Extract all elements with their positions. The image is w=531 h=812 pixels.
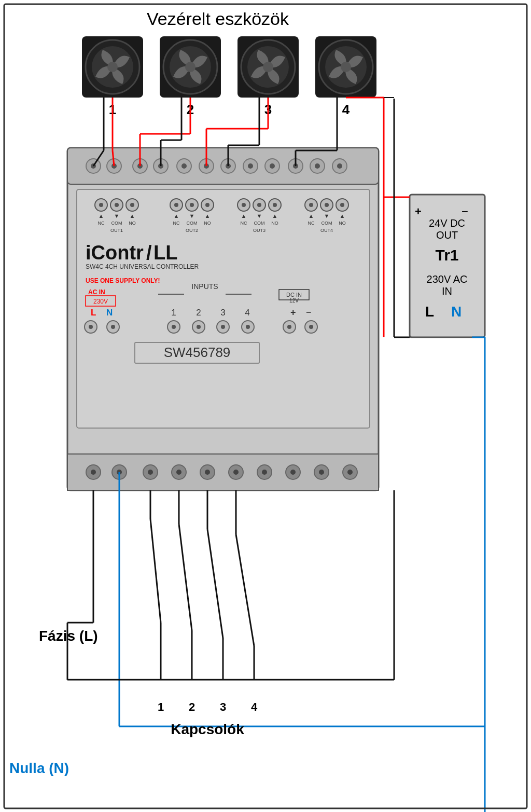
svg-point-141 — [262, 470, 267, 475]
svg-text:NO: NO — [271, 221, 278, 226]
svg-point-139 — [233, 470, 239, 475]
svg-text:NC: NC — [308, 221, 315, 226]
svg-point-18 — [341, 62, 351, 72]
tr-plus: + — [415, 205, 422, 218]
svg-point-115 — [172, 325, 176, 329]
svg-text:COM: COM — [322, 221, 332, 226]
svg-text:NO: NO — [129, 221, 136, 226]
svg-point-125 — [309, 325, 313, 329]
kapcsolok-label: Kapcsolók — [171, 721, 244, 737]
svg-point-50 — [130, 203, 134, 207]
tr-label: Tr1 — [435, 246, 458, 264]
svg-text:2: 2 — [189, 700, 195, 713]
svg-point-74 — [257, 203, 261, 207]
svg-text:4: 4 — [342, 102, 350, 117]
svg-text:▲: ▲ — [272, 213, 278, 219]
svg-text:+: + — [290, 307, 296, 318]
svg-point-44 — [337, 163, 342, 169]
svg-point-123 — [287, 325, 291, 329]
svg-text:▼: ▼ — [257, 213, 262, 219]
svg-text:OUT1: OUT1 — [110, 228, 123, 233]
svg-text:COM: COM — [187, 221, 198, 226]
svg-point-8 — [185, 62, 195, 72]
svg-text:OUT3: OUT3 — [253, 228, 266, 233]
svg-point-46 — [99, 203, 103, 207]
svg-text:▼: ▼ — [189, 213, 195, 219]
diagram-container: Vezérelt eszközök 1 2 — [0, 0, 531, 812]
svg-line-193 — [207, 529, 223, 638]
title: Vezérelt eszközök — [147, 9, 289, 29]
supply-warning: USE ONE SUPPLY ONLY! — [86, 277, 160, 284]
svg-point-111 — [89, 325, 93, 329]
brand-name: iContr — [86, 242, 144, 264]
inputs-label: INPUTS — [191, 282, 218, 291]
svg-text:▼: ▼ — [114, 213, 120, 219]
tr-l: L — [425, 304, 434, 320]
svg-point-76 — [273, 203, 277, 207]
svg-point-48 — [115, 203, 119, 207]
l-label: L — [91, 308, 96, 318]
tr-out-1: 24V DC — [429, 217, 465, 229]
svg-point-13 — [263, 62, 273, 72]
svg-text:OUT4: OUT4 — [320, 228, 333, 233]
svg-text:COM: COM — [111, 221, 122, 226]
svg-point-42 — [315, 163, 320, 169]
svg-point-147 — [347, 470, 353, 475]
svg-point-63 — [205, 203, 209, 207]
tr-in-2: IN — [442, 285, 452, 297]
svg-text:NC: NC — [241, 221, 247, 226]
svg-point-36 — [248, 163, 253, 169]
svg-text:▲: ▲ — [99, 213, 104, 219]
svg-point-30 — [181, 163, 187, 169]
svg-point-85 — [309, 203, 313, 207]
model-label: SW4C 4CH UNIVERSAL CONTROLLER — [86, 263, 199, 270]
svg-text:NO: NO — [339, 221, 346, 226]
fazis-label: Fázis (L) — [39, 628, 98, 644]
svg-text:2: 2 — [196, 308, 201, 318]
fan-4: 4 — [315, 36, 376, 117]
tr-minus: − — [462, 205, 468, 218]
svg-point-59 — [174, 203, 178, 207]
svg-text:/: / — [146, 242, 152, 264]
svg-point-119 — [221, 325, 225, 329]
svg-point-137 — [205, 470, 210, 475]
svg-point-117 — [197, 325, 201, 329]
svg-text:12V: 12V — [289, 298, 299, 304]
tr-out-2: OUT — [436, 229, 458, 241]
svg-text:NC: NC — [173, 221, 180, 226]
serial-number: SW456789 — [164, 345, 231, 360]
svg-point-87 — [325, 203, 329, 207]
svg-point-89 — [340, 203, 344, 207]
svg-text:OUT2: OUT2 — [186, 228, 198, 233]
svg-text:▲: ▲ — [130, 213, 135, 219]
svg-point-143 — [290, 470, 296, 475]
svg-text:−: − — [306, 307, 312, 318]
svg-text:COM: COM — [254, 221, 265, 226]
svg-point-133 — [148, 470, 153, 475]
svg-text:4: 4 — [245, 308, 249, 318]
svg-point-113 — [111, 325, 115, 329]
svg-point-145 — [319, 470, 324, 475]
tr-n: N — [451, 304, 462, 320]
svg-text:1: 1 — [171, 308, 176, 318]
svg-text:1: 1 — [158, 700, 164, 713]
svg-point-121 — [246, 325, 250, 329]
svg-line-189 — [179, 524, 192, 630]
svg-text:LL: LL — [153, 242, 177, 264]
n-label: N — [106, 308, 113, 318]
svg-point-61 — [190, 203, 194, 207]
svg-point-72 — [242, 203, 246, 207]
svg-line-197 — [236, 534, 254, 646]
ac-voltage: 230V — [93, 298, 108, 305]
nulla-label: Nulla (N) — [9, 760, 69, 776]
svg-text:NO: NO — [204, 221, 211, 226]
dc-in-label: DC IN — [286, 292, 302, 298]
svg-text:▲: ▲ — [174, 213, 179, 219]
svg-point-129 — [91, 470, 96, 475]
ac-in-label: AC IN — [88, 288, 105, 296]
svg-text:▲: ▲ — [309, 213, 314, 219]
tr-in-1: 230V AC — [427, 273, 468, 285]
svg-text:▲: ▲ — [241, 213, 247, 219]
svg-line-185 — [150, 519, 161, 623]
svg-text:3: 3 — [220, 308, 225, 318]
